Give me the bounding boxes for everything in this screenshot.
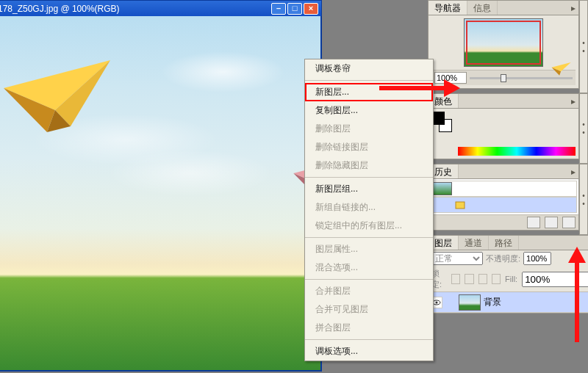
document-window: 178_Z50GJ.jpg @ 100%(RGB) – □ × <box>0 0 322 372</box>
menu-duplicate-layer[interactable]: 复制图层... <box>305 101 433 120</box>
document-canvas[interactable] <box>0 16 322 372</box>
layer-thumbnail <box>459 294 481 311</box>
svg-point-12 <box>436 301 438 303</box>
navigator-panel: 导航器 信息 ▸ <box>428 0 579 89</box>
tab-navigator[interactable]: 导航器 <box>429 1 467 15</box>
color-panel: 颜色 ▸ <box>428 93 579 159</box>
menu-merge-layer[interactable]: 合并图层 <box>305 282 433 300</box>
tab-info[interactable]: 信息 <box>467 1 498 15</box>
fill-label: Fill: <box>505 275 517 283</box>
color-ramp[interactable] <box>458 147 576 156</box>
menu-blending-options[interactable]: 混合选项... <box>305 258 433 277</box>
color-menu-icon[interactable]: ▸ <box>568 94 578 108</box>
menu-palette-shade[interactable]: 调板卷帘 <box>305 59 433 78</box>
menu-delete-hidden-layers[interactable]: 删除隐藏图层 <box>305 156 433 175</box>
paper-plane-yellow <box>0 53 118 141</box>
color-sliders[interactable] <box>458 112 576 156</box>
history-state-row[interactable] <box>430 197 577 213</box>
lock-pixels-icon[interactable] <box>465 274 473 284</box>
color-swatches[interactable] <box>431 112 452 132</box>
menu-new-layer[interactable]: 新图层... <box>305 83 433 101</box>
navigator-zoom-input[interactable] <box>434 72 467 84</box>
panel-collapse-handle[interactable]: •• <box>579 0 588 93</box>
svg-rect-10 <box>456 202 465 209</box>
history-new-doc-button[interactable] <box>545 217 558 228</box>
history-state-row[interactable] <box>430 181 577 197</box>
history-new-snapshot-button[interactable] <box>527 217 540 228</box>
menu-lock-all-in-group[interactable]: 锁定组中的所有图层... <box>305 217 433 235</box>
navigator-menu-icon[interactable]: ▸ <box>568 1 578 15</box>
panel-dock: 导航器 信息 ▸ •• 颜色 <box>428 0 588 373</box>
document-title-text: 178_Z50GJ.jpg @ 100%(RGB) <box>0 4 271 14</box>
opacity-input[interactable] <box>523 252 551 265</box>
panel-collapse-handle[interactable]: •• <box>579 164 588 235</box>
tab-channels[interactable]: 通道 <box>459 236 489 250</box>
menu-merge-visible[interactable]: 合并可见图层 <box>305 300 433 319</box>
history-delete-button[interactable] <box>562 217 576 228</box>
history-panel: 历史 ▸ <box>428 164 579 231</box>
menu-layer-properties[interactable]: 图层属性... <box>305 240 433 258</box>
menu-new-group-from-linked[interactable]: 新组自链接的... <box>305 198 433 217</box>
layers-panel: 图层 通道 路径 ▸ 正常 不透明度: 锁定: Fill: <box>428 235 588 314</box>
document-titlebar[interactable]: 178_Z50GJ.jpg @ 100%(RGB) – □ × <box>0 0 322 16</box>
maximize-button[interactable]: □ <box>287 3 302 15</box>
layers-flyout-menu: 调板卷帘 新图层... 复制图层... 删除图层 删除链接图层 删除隐藏图层 新… <box>304 59 434 361</box>
menu-flatten-layers[interactable]: 拼合图层 <box>305 319 433 337</box>
menu-delete-linked-layers[interactable]: 删除链接图层 <box>305 138 433 156</box>
lock-all-icon[interactable] <box>492 274 501 284</box>
navigator-thumbnail[interactable] <box>464 18 543 67</box>
blend-mode-select[interactable]: 正常 <box>431 252 483 265</box>
menu-new-layer-group[interactable]: 新图层组... <box>305 180 433 198</box>
opacity-label: 不透明度: <box>486 253 520 264</box>
history-thumb <box>433 182 452 195</box>
layer-name: 背景 <box>484 296 501 308</box>
paper-plane-icon <box>551 61 573 77</box>
minimize-button[interactable]: – <box>271 3 286 15</box>
history-menu-icon[interactable]: ▸ <box>568 164 578 178</box>
layer-row-background[interactable]: 背景 <box>429 292 588 313</box>
lock-transparency-icon[interactable] <box>451 274 460 284</box>
tab-paths[interactable]: 路径 <box>489 236 519 250</box>
fill-input[interactable] <box>522 272 588 287</box>
lock-label: 锁定: <box>431 268 447 290</box>
panel-collapse-handle[interactable]: •• <box>579 93 588 164</box>
open-file-icon <box>455 200 465 210</box>
menu-palette-options[interactable]: 调板选项... <box>305 342 433 361</box>
lock-position-icon[interactable] <box>478 274 487 284</box>
navigator-zoom-slider[interactable] <box>470 77 573 79</box>
menu-delete-layer[interactable]: 删除图层 <box>305 120 433 138</box>
close-button[interactable]: × <box>304 3 318 15</box>
